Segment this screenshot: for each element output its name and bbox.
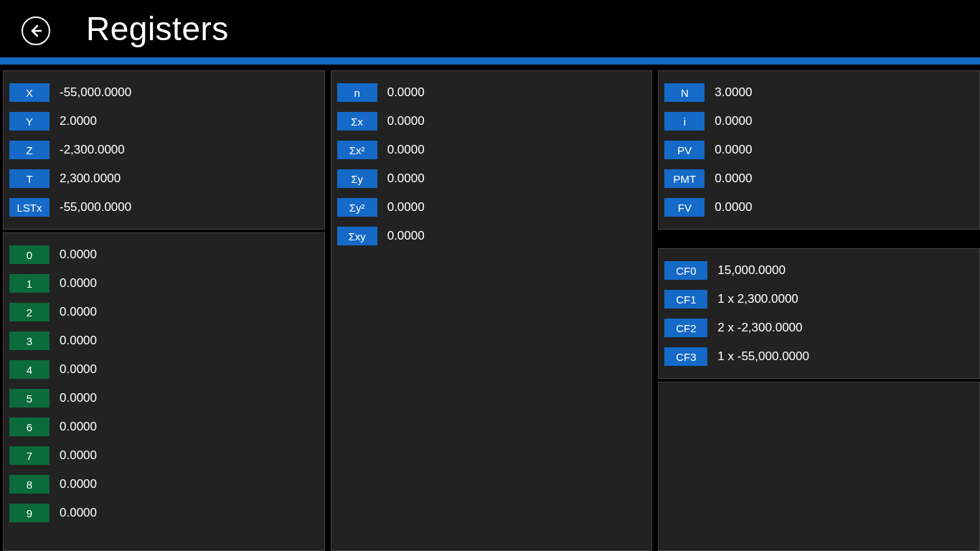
register-label-lstx[interactable]: LSTx: [9, 198, 50, 217]
storage-label-5[interactable]: 5: [9, 389, 50, 408]
register-row: Σx² 0.0000: [337, 137, 646, 163]
register-value: 0.0000: [387, 200, 425, 215]
register-row: 9 0.0000: [9, 500, 319, 526]
stat-label-sumx2[interactable]: Σx²: [337, 141, 377, 159]
stat-label-n[interactable]: n: [337, 83, 377, 102]
accent-bar: [0, 57, 980, 65]
stat-label-sumx[interactable]: Σx: [337, 112, 377, 131]
register-row: CF3 1 x -55,000.0000: [664, 344, 974, 369]
stack-panel: X -55,000.0000 Y 2.0000 Z -2,300.0000 T …: [3, 70, 325, 230]
content: X -55,000.0000 Y 2.0000 Z -2,300.0000 T …: [0, 65, 980, 551]
register-label-x[interactable]: X: [9, 83, 50, 102]
storage-label-3[interactable]: 3: [9, 331, 50, 350]
register-label-y[interactable]: Y: [9, 112, 50, 131]
register-value: 0.0000: [715, 200, 752, 215]
stat-label-sumy2[interactable]: Σy²: [337, 198, 377, 217]
register-row: CF0 15,000.0000: [664, 258, 974, 283]
register-row: n 0.0000: [337, 80, 646, 105]
register-row: Y 2.0000: [9, 108, 319, 134]
register-row: CF1 1 x 2,300.0000: [664, 286, 974, 312]
register-value: 0.0000: [60, 334, 97, 348]
storage-label-6[interactable]: 6: [9, 418, 50, 436]
register-value: 0.0000: [387, 114, 425, 128]
register-row: LSTx -55,000.0000: [9, 194, 319, 220]
register-row: PV 0.0000: [664, 137, 974, 163]
register-row: 3 0.0000: [9, 328, 319, 354]
register-row: FV 0.0000: [664, 194, 974, 220]
cashflow-panel: CF0 15,000.0000 CF1 1 x 2,300.0000 CF2 2…: [658, 248, 980, 379]
register-row: 2 0.0000: [9, 299, 319, 325]
storage-label-8[interactable]: 8: [9, 475, 50, 494]
register-value: 0.0000: [60, 477, 97, 491]
register-value: 0.0000: [60, 362, 97, 377]
register-row: Σy 0.0000: [337, 166, 646, 192]
register-value: 2.0000: [60, 114, 97, 128]
register-value: 0.0000: [60, 448, 97, 463]
register-row: 5 0.0000: [9, 385, 319, 411]
register-value: -2,300.0000: [60, 143, 125, 157]
register-row: 7 0.0000: [9, 443, 319, 468]
stat-label-sumy[interactable]: Σy: [337, 169, 377, 188]
tvm-label-n[interactable]: N: [664, 83, 705, 102]
cf-label-0[interactable]: CF0: [664, 261, 707, 280]
panel-gap: [658, 232, 980, 245]
register-row: 8 0.0000: [9, 471, 319, 497]
register-value: 0.0000: [60, 420, 97, 434]
register-value: 0.0000: [60, 391, 97, 405]
register-value: 0.0000: [60, 276, 97, 291]
register-value: 0.0000: [60, 506, 97, 520]
tvm-label-pv[interactable]: PV: [664, 141, 705, 159]
cf-label-3[interactable]: CF3: [664, 347, 707, 366]
storage-label-2[interactable]: 2: [9, 303, 50, 321]
register-value: 0.0000: [387, 229, 425, 243]
register-value: 2 x -2,300.0000: [717, 321, 802, 335]
register-value: 2,300.0000: [60, 171, 121, 186]
register-row: 6 0.0000: [9, 414, 319, 440]
register-row: 4 0.0000: [9, 357, 319, 382]
register-row: Σxy 0.0000: [337, 223, 646, 249]
register-value: 0.0000: [715, 143, 752, 157]
register-value: 0.0000: [60, 248, 97, 262]
register-value: 1 x 2,300.0000: [717, 292, 798, 306]
tvm-label-pmt[interactable]: PMT: [664, 169, 705, 188]
storage-label-1[interactable]: 1: [9, 274, 50, 293]
register-value: 0.0000: [715, 171, 752, 186]
register-row: PMT 0.0000: [664, 166, 974, 192]
page-title: Registers: [86, 9, 229, 48]
storage-label-9[interactable]: 9: [9, 504, 50, 522]
tvm-panel: N 3.0000 i 0.0000 PV 0.0000 PMT 0.0000 F…: [658, 70, 980, 230]
register-row: Σx 0.0000: [337, 108, 646, 134]
register-row: CF2 2 x -2,300.0000: [664, 315, 974, 341]
register-row: 1 0.0000: [9, 270, 319, 296]
register-row: Σy² 0.0000: [337, 194, 646, 220]
back-button[interactable]: [22, 17, 50, 45]
register-row: i 0.0000: [664, 108, 974, 134]
register-value: 0.0000: [715, 114, 752, 128]
storage-panel: 0 0.0000 1 0.0000 2 0.0000 3 0.0000 4 0.…: [3, 232, 325, 551]
column-stack-storage: X -55,000.0000 Y 2.0000 Z -2,300.0000 T …: [3, 70, 325, 551]
tvm-label-i[interactable]: i: [664, 112, 705, 131]
cf-label-1[interactable]: CF1: [664, 290, 707, 309]
column-financial: N 3.0000 i 0.0000 PV 0.0000 PMT 0.0000 F…: [658, 70, 980, 551]
storage-label-4[interactable]: 4: [9, 360, 50, 379]
tvm-label-fv[interactable]: FV: [664, 198, 705, 217]
register-value: 15,000.0000: [717, 263, 786, 278]
storage-label-7[interactable]: 7: [9, 446, 50, 465]
register-label-z[interactable]: Z: [9, 141, 50, 159]
register-row: 0 0.0000: [9, 242, 319, 268]
register-row: X -55,000.0000: [9, 80, 319, 105]
column-statistics: n 0.0000 Σx 0.0000 Σx² 0.0000 Σy 0.0000 …: [331, 70, 653, 551]
register-label-t[interactable]: T: [9, 169, 50, 188]
register-value: -55,000.0000: [60, 200, 131, 215]
cf-label-2[interactable]: CF2: [664, 319, 707, 337]
stat-label-sumxy[interactable]: Σxy: [337, 227, 377, 245]
storage-label-0[interactable]: 0: [9, 245, 50, 264]
register-value: 0.0000: [387, 143, 425, 157]
register-value: 1 x -55,000.0000: [717, 349, 809, 364]
register-value: 0.0000: [60, 305, 97, 319]
register-value: -55,000.0000: [60, 85, 131, 100]
register-value: 3.0000: [715, 85, 752, 100]
empty-panel: [658, 382, 980, 551]
register-row: T 2,300.0000: [9, 166, 319, 192]
header: Registers: [0, 0, 980, 57]
